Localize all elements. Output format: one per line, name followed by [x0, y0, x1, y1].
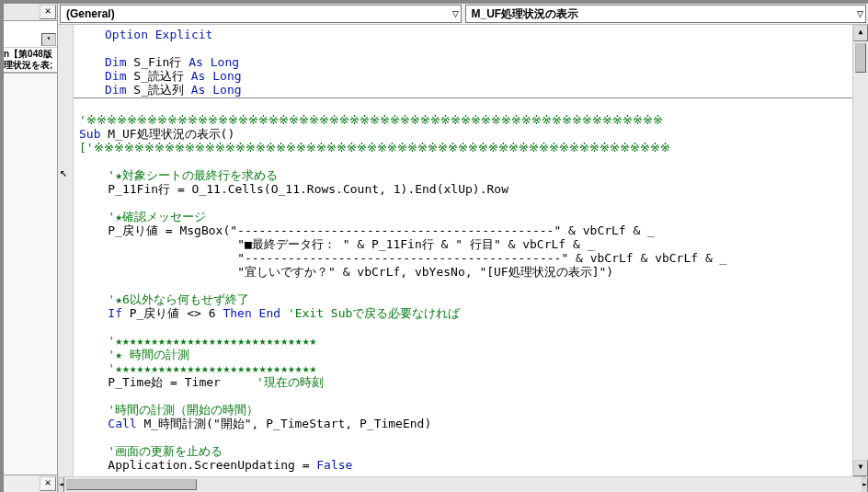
project-explorer-pane: ✕ ▾ n【第048版 理状況を表; ✕	[4, 4, 58, 492]
scroll-left-icon[interactable]: ◄	[58, 477, 64, 492]
declaration-divider	[74, 97, 852, 98]
close-icon[interactable]: ✕	[40, 5, 56, 19]
chevron-down-icon: ▽	[452, 9, 459, 18]
code-line: P_戻り値 = MsgBox("------------------------…	[108, 223, 655, 237]
code-comment: '★ 時間の計測	[108, 348, 188, 361]
code-line: "■最終データ行： " & P_11Fin行 & " 行目" & vbCrLf …	[108, 237, 594, 251]
code-token: As Long	[188, 55, 239, 69]
code-line: "---------------------------------------…	[108, 251, 726, 265]
explorer-empty	[4, 74, 57, 475]
procedure-dropdown[interactable]: M_UF処理状況の表示 ▽	[465, 5, 867, 23]
scroll-up-icon[interactable]: ▲	[853, 25, 868, 41]
object-proc-bar: (General) ▽ M_UF処理状況の表示 ▽	[58, 4, 868, 25]
code-comment: '時間の計測（開始の時間）	[108, 403, 258, 417]
code-line: P_11Fin行 = O_11.Cells(O_11.Rows.Count, 1…	[108, 182, 508, 196]
code-viewport[interactable]: Option Explicit Dim S_Fin行 As Long Dim S…	[74, 25, 852, 476]
margin-indicator-bar: ↖	[58, 25, 74, 476]
chevron-down-icon: ▽	[857, 9, 863, 18]
code-token: As Long	[191, 69, 242, 83]
scroll-right-icon[interactable]: ►	[862, 477, 868, 492]
code-token: Option Explicit	[105, 28, 212, 41]
cursor-arrow-icon: ↖	[60, 165, 67, 179]
explorer-header: ✕	[4, 4, 57, 21]
scroll-thumb[interactable]	[66, 479, 197, 490]
code-text[interactable]: Option Explicit Dim S_Fin行 As Long Dim S…	[74, 25, 852, 476]
code-comment: '※※※※※※※※※※※※※※※※※※※※※※※※※※※※※※※※※※※※※※※…	[79, 113, 663, 127]
code-comment: '現在の時刻	[257, 375, 324, 389]
tree-item[interactable]: 理状況を表;	[4, 60, 57, 71]
code-token: P_戻り値 <> 6	[122, 306, 223, 320]
code-comment: '★確認メッセージ	[108, 210, 206, 223]
code-module-pane: (General) ▽ M_UF処理状況の表示 ▽ ↖ Option Expli…	[58, 4, 868, 492]
code-token: S_読込列	[126, 83, 190, 97]
code-token: Dim	[105, 69, 126, 83]
object-dropdown-value: (General)	[66, 7, 115, 20]
explorer-toolbar: ▾	[4, 21, 57, 48]
code-comment: '★★★★★★★★★★★★★★★★★★★★★★★★★★★★	[108, 361, 316, 375]
object-dropdown[interactable]: (General) ▽	[60, 5, 462, 23]
code-line: "宜しいですか？" & vbCrLf, vbYesNo, "[UF処理状況の表示…	[108, 265, 613, 279]
explorer-tree[interactable]: n【第048版 理状況を表;	[4, 48, 57, 74]
code-token: Dim	[105, 83, 126, 97]
code-comment: '★対象シートの最終行を求める	[108, 168, 278, 182]
code-container: ↖ Option Explicit Dim S_Fin行 As Long Dim…	[58, 25, 868, 476]
dropdown-arrow-icon[interactable]: ▾	[41, 33, 56, 46]
code-token: S_読込行	[126, 69, 190, 83]
horizontal-scrollbar[interactable]: ◄ ►	[58, 476, 868, 492]
scroll-down-icon[interactable]: ▼	[853, 460, 868, 476]
code-comment: 'Exit Subで戻る必要なければ	[288, 306, 460, 320]
code-token: Sub	[79, 127, 100, 141]
code-token: As Long	[191, 83, 242, 97]
scroll-track[interactable]	[199, 477, 862, 492]
scroll-thumb[interactable]	[855, 43, 866, 73]
close-icon[interactable]: ✕	[40, 476, 56, 491]
vertical-scrollbar[interactable]: ▲ ▼	[852, 25, 868, 476]
scroll-track[interactable]	[853, 74, 868, 460]
code-token: If	[108, 306, 122, 320]
code-line: M_時間計測("開始", P_TimeStart, P_TimeEnd)	[137, 417, 432, 430]
procedure-dropdown-value: M_UF処理状況の表示	[472, 6, 579, 22]
code-token: M_UF処理状況の表示()	[100, 127, 234, 141]
code-token: Then End	[223, 306, 287, 320]
code-comment: '★★★★★★★★★★★★★★★★★★★★★★★★★★★★	[108, 334, 316, 348]
code-token: Call	[108, 417, 136, 430]
code-token: False	[316, 458, 352, 472]
code-token: S_Fin行	[126, 55, 188, 69]
code-comment: ['※※※※※※※※※※※※※※※※※※※※※※※※※※※※※※※※※※※※※※…	[79, 141, 670, 154]
code-comment: '★6以外なら何もせず終了	[108, 292, 248, 306]
code-line: P_Time始 = Timer	[108, 375, 257, 389]
code-token: Dim	[105, 55, 126, 69]
code-comment: '画面の更新を止める	[108, 444, 223, 458]
code-line: Application.ScreenUpdating =	[108, 458, 316, 472]
tree-item[interactable]: n【第048版	[4, 49, 57, 60]
window-frame: ✕ ▾ n【第048版 理状況を表; ✕ (General) ▽ M_UF処理状…	[4, 4, 868, 492]
explorer-footer: ✕	[4, 475, 57, 492]
